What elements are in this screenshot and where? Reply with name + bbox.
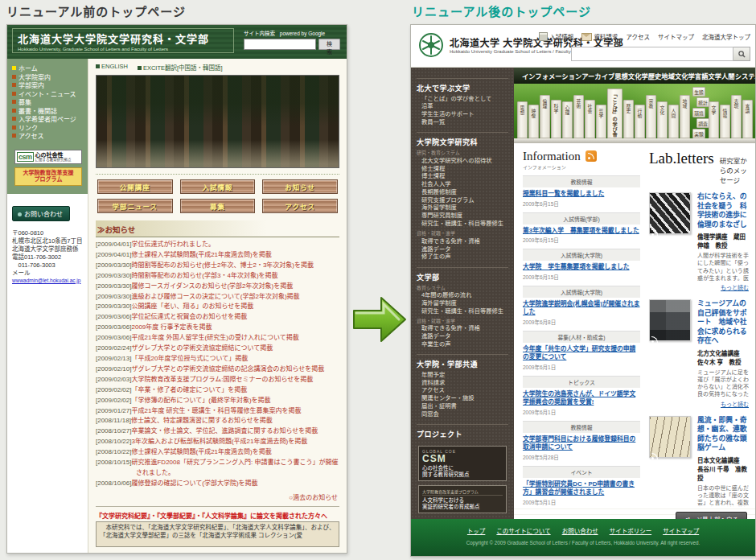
utility-link[interactable]: サイトマップ (658, 32, 694, 41)
footer-link[interactable]: トップ (467, 526, 486, 535)
sidebar-entry[interactable]: 研究・教育システム (417, 149, 508, 156)
sidebar-entry[interactable]: 同窓会 (417, 410, 508, 418)
news-link[interactable]: 「学修簿の配布について」(最終学年対象)を掲載 (131, 397, 270, 404)
article-thumbnail[interactable] (649, 299, 691, 341)
language-link[interactable]: EXCITE翻訳[中国語・韓国語] (138, 63, 223, 72)
nav-item[interactable]: 人間システム科学 (721, 71, 756, 80)
sidebar-entry[interactable]: 研究生・聴講生・科目等履修生 (417, 220, 508, 228)
search-button[interactable] (733, 47, 750, 61)
read-more-link[interactable]: もっと読む (697, 283, 749, 291)
utility-link[interactable]: アクセス (626, 32, 650, 41)
sidebar-entry[interactable]: 海外留学制度 (417, 299, 508, 307)
news-link[interactable]: 時間割等配布のお知らせ(修士2年次、博士2・3年次対象)を掲載 (131, 261, 314, 269)
sidebar-entry[interactable]: 研究支援プログラム (417, 196, 508, 204)
sidebar-entry[interactable]: 進路データ (417, 245, 508, 253)
news-link[interactable]: 公開講座「老い、翔る」のお知らせを掲載 (131, 303, 253, 310)
old-sidebar-menu-item[interactable]: アクセス (12, 133, 84, 142)
utility-link[interactable]: 資料請求 (581, 32, 618, 41)
news-link[interactable]: 修士課程入学試験問題(平成21年度過去問)を掲載 (131, 251, 271, 258)
sidebar-entry[interactable]: 研究生・聴講生・科目等履修生 (417, 307, 508, 315)
csm-badge[interactable]: csm 心の社会性 に関する教育研究拠点 (14, 150, 82, 164)
news-link[interactable]: 3年次編入および転部転科試験問題(平成21年度過去問)を掲載 (131, 438, 307, 445)
info-entry-link[interactable]: 今年度「共生の人文学」研究支援の申請の変更について (523, 345, 640, 362)
email-link[interactable]: wwwadmin@let.hokudai.ac.jp (12, 278, 84, 283)
sidebar-entry[interactable]: 社会人入学 (417, 180, 508, 188)
old-search-input[interactable] (244, 39, 316, 50)
nav-item[interactable]: 思想文化学 (614, 71, 648, 80)
old-sidebar-menu-item[interactable]: 入学希望者用ページ (12, 116, 84, 125)
nav-item[interactable]: 歴史地域文化学 (648, 71, 695, 80)
info-entry-link[interactable]: 第3年次編入学 募集要項を掲載しました (523, 227, 640, 236)
sidebar-entry[interactable]: 取得できる免許・資格 (417, 325, 508, 333)
footer-link[interactable]: このサイトについて (496, 526, 550, 535)
book-spine[interactable]: 行動 (635, 105, 645, 138)
article-title-link[interactable]: ミュージアムの自己評価をサポート 地域や社会に求められる存在へ (697, 299, 749, 346)
news-link[interactable]: ザグレブ大学との学術交流協定締結の記念講演会のお知らせを掲載 (131, 365, 324, 373)
book-spine[interactable]: 哲学 (596, 105, 606, 138)
old-sidebar-menu-item[interactable]: 叢書・機関誌 (12, 108, 84, 117)
utility-link[interactable]: 入試情報 (539, 32, 573, 41)
book-spine[interactable]: 言語 (742, 100, 753, 138)
old-sidebar-menu-item[interactable]: リンク (12, 125, 84, 134)
old-sidebar-menu-item[interactable]: イベント・ニュース (12, 91, 84, 100)
news-link[interactable]: 研究推進FD2008「研究プランニング入門: 申請書はこう書こう」が開催されまし… (131, 459, 338, 476)
book-spine[interactable]: 科学 (551, 100, 561, 138)
book-spine[interactable]: 心理 (562, 101, 573, 138)
news-link[interactable]: 進級および履修コースの決定について(学部2年次対象)掲載 (131, 293, 299, 300)
book-spine[interactable]: 思想 (517, 101, 528, 138)
sidebar-entry[interactable]: 卒業生の声 (417, 340, 508, 348)
wood-button[interactable]: アクセス (262, 199, 338, 213)
sidebar-entry[interactable]: 教員一覧 (417, 118, 508, 126)
news-link[interactable]: 修士論文、特定課題演習に関するお知らせを掲載 (131, 417, 273, 424)
sidebar-entry[interactable]: 博士課程 (417, 173, 508, 181)
sidebar-entry[interactable]: 届出・証明書 (417, 402, 508, 410)
sidebar-entry[interactable]: 北大で学ぶ文学 (417, 78, 508, 93)
wood-button[interactable]: 学部ニュース (97, 199, 173, 213)
footer-link[interactable]: サイトポリシー (610, 526, 652, 535)
utility-link[interactable]: 北海道大学トップ (702, 32, 750, 41)
sidebar-entry[interactable]: 北大文学研究科への招待状 (417, 157, 508, 165)
article-title-link[interactable]: 風流・即興・奇想・幽玄、連歌師たちの雅な頭脳ゲーム (697, 416, 749, 453)
sidebar-entry[interactable]: 学生生活のサポート (417, 111, 508, 119)
sidebar-entry[interactable]: 関連センター・施設 (417, 395, 508, 403)
sidebar-entry[interactable]: 教育システム (417, 284, 508, 291)
news-link[interactable]: 修士課程入学試験問題(平成21年度過去問)を掲載 (131, 448, 271, 455)
book-spine[interactable]: 倫理 (540, 95, 550, 138)
news-link[interactable]: 「平成20年度学位授与式について」掲載 (131, 355, 248, 362)
info-entry-link[interactable]: 授業科目一覧を掲載しました (523, 190, 640, 199)
wood-button[interactable]: 入試情報 (180, 179, 256, 194)
read-more-link[interactable]: もっと読む (697, 400, 749, 408)
sidebar-entry[interactable]: 沿革 (417, 103, 508, 111)
graduate-program-badge[interactable]: 大学院教育改革支援プログラム 人文科学における 実証的研究者の育成拠点 (418, 485, 507, 513)
book-spine[interactable]: 情報 (720, 105, 730, 138)
news-link[interactable]: 履修登録の確認について(学部大学院)を掲載 (131, 480, 257, 487)
nav-item[interactable]: インフォメーション (522, 71, 581, 80)
book-spine[interactable]: 「ことば」の学び舎 (607, 89, 622, 138)
book-spine[interactable]: 表現 (731, 95, 742, 138)
info-entry-link[interactable]: 文学部専門科目における履修登録科目の取消申請について (523, 435, 640, 452)
info-entry-link[interactable]: 「学振特別研究員DC・PD申請書の書き方」講習会が開催されました (523, 480, 640, 497)
new-search-input[interactable] (571, 47, 733, 61)
journal-notice-heading[interactable]: 『文学研究科紀要』・『文學部紀要』・『人文科学論集』に論文を掲載された方々へ (96, 511, 339, 520)
book-spine[interactable]: 文学 (709, 101, 719, 138)
stacked-book[interactable]: 統計 (696, 97, 709, 107)
info-entry-link[interactable]: 大学院進学説明会(札幌会場)が開催されました (523, 300, 640, 317)
sidebar-entry[interactable]: 大学院・学部共通 (417, 354, 508, 369)
news-link[interactable]: 大学院教育改革支援プログラム:国際セミナーのお知らせを掲載 (131, 376, 313, 383)
sidebar-entry[interactable]: 海外留学制度 (417, 204, 508, 212)
global-coe-csm-badge[interactable]: GLOBAL COE CSM 心の社会性に 関する教育研究拠点 (418, 446, 507, 481)
sidebar-entry[interactable]: 年間予定 (417, 371, 508, 379)
article-thumbnail[interactable] (649, 416, 691, 458)
stacked-book[interactable]: 環境 (692, 108, 705, 117)
news-link[interactable]: 履修コースガイダンスのお知らせ(学部2年次対象)を掲載 (131, 282, 293, 290)
sidebar-entry[interactable]: 長期履修制度 (417, 188, 508, 196)
book-spine[interactable]: 文化 (657, 101, 668, 138)
sidebar-entry[interactable]: 文学部 (417, 267, 508, 282)
sidebar-entry[interactable]: 資格・就職・進学 (417, 317, 508, 324)
book-spine[interactable]: 宗教 (646, 95, 656, 138)
stacked-book[interactable]: 実験 (692, 129, 705, 138)
wood-button[interactable]: お知らせ (262, 179, 338, 194)
sidebar-entry[interactable]: 大学院文学研究科 (417, 132, 508, 147)
wood-button[interactable]: 公開講座 (97, 179, 173, 194)
news-link[interactable]: 平成21年度 研究生・聴講生・科目等履修生募集案内を掲載 (131, 407, 301, 414)
